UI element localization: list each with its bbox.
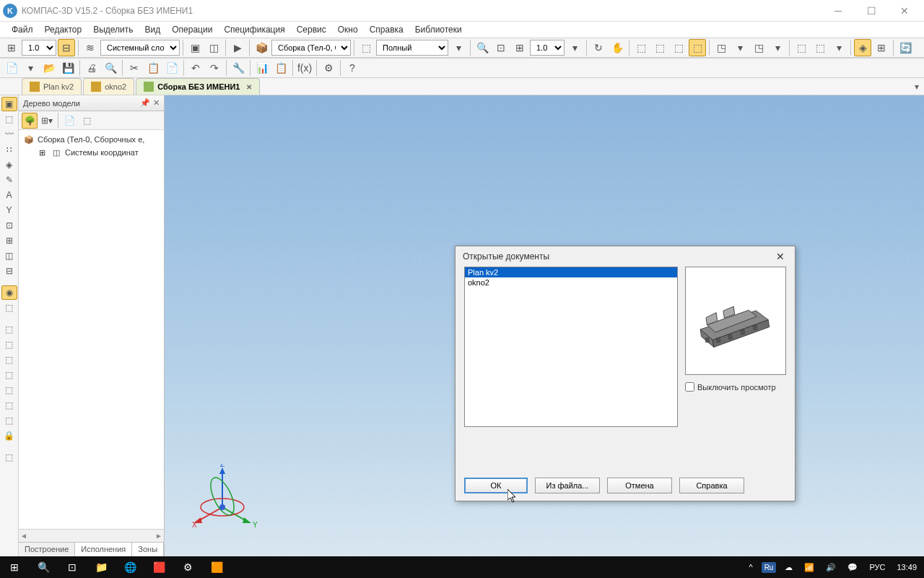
view4-icon[interactable]: ⬚ — [689, 39, 706, 56]
help-button[interactable]: Справка — [679, 478, 744, 493]
view6-icon[interactable]: ▾ — [731, 39, 749, 56]
menu-service[interactable]: Сервис — [291, 23, 332, 36]
chrome-icon[interactable]: 🌐 — [116, 556, 144, 578]
rotate-icon[interactable]: ↻ — [590, 39, 607, 56]
display-combo[interactable]: Полный — [376, 40, 448, 56]
pan-icon[interactable]: ✋ — [609, 39, 626, 56]
layers-icon[interactable]: ≋ — [82, 39, 99, 56]
help-icon[interactable]: ? — [344, 59, 361, 77]
render-icon[interactable]: ◈ — [854, 39, 871, 56]
tabs-dropdown-icon[interactable]: ▾ — [910, 78, 924, 95]
var-icon[interactable]: f(x) — [296, 59, 313, 77]
tray-lang2[interactable]: РУС — [866, 563, 888, 571]
vtool-21-icon[interactable]: ⬚ — [1, 450, 17, 465]
list-item[interactable]: okno2 — [465, 277, 677, 288]
explorer-icon[interactable]: 📁 — [87, 556, 116, 578]
tree-doc-icon[interactable]: 📄 — [61, 113, 77, 129]
print-icon[interactable]: 🖨 — [83, 59, 100, 77]
scale-combo[interactable]: 1.0 — [22, 40, 56, 56]
spec2-icon[interactable]: 📋 — [272, 59, 289, 77]
disable-preview-checkbox[interactable]: Выключить просмотр — [685, 382, 786, 392]
menu-help[interactable]: Справка — [364, 23, 409, 36]
vtool-10-icon[interactable]: ◫ — [1, 249, 17, 263]
display-icon[interactable]: ⬚ — [357, 39, 375, 56]
vtool-7-icon[interactable]: Y — [1, 203, 17, 217]
tree-mode-icon[interactable]: 🌳 — [22, 113, 38, 129]
tab-close-icon[interactable]: ✕ — [246, 83, 252, 91]
vtool-18-icon[interactable]: ⬚ — [1, 398, 17, 413]
undo-icon[interactable]: ↶ — [187, 59, 204, 77]
props-icon[interactable]: ⚙ — [320, 59, 337, 77]
menu-spec[interactable]: Спецификация — [218, 23, 290, 36]
tray-onedrive-icon[interactable]: ☁ — [782, 563, 796, 572]
view11-icon[interactable]: ▾ — [830, 39, 847, 56]
view7-icon[interactable]: ◳ — [750, 39, 767, 56]
tree-tab-exec[interactable]: Исполнения — [75, 543, 132, 558]
rebuild-icon[interactable]: 🔄 — [897, 39, 914, 56]
lib-icon[interactable]: 🔧 — [230, 59, 247, 77]
tree-tab-build[interactable]: Построение — [19, 543, 75, 558]
expand-icon[interactable]: ⊞ — [36, 147, 48, 158]
vtool-12-icon[interactable]: ⬚ — [1, 301, 17, 315]
paste-icon[interactable]: 📄 — [163, 59, 180, 77]
app2-icon[interactable]: 🟧 — [202, 556, 231, 578]
spec-icon[interactable]: 📊 — [253, 59, 271, 77]
start-button[interactable]: ⊞ — [0, 556, 29, 578]
vtool-11-icon[interactable]: ⊟ — [1, 264, 17, 278]
vtool-16-icon[interactable]: ⬚ — [1, 368, 17, 382]
zoom-opt-icon[interactable]: ▾ — [566, 39, 583, 56]
vtool-1-icon[interactable]: ⬚ — [1, 112, 17, 126]
tab-plan-kv2[interactable]: Plan kv2 — [22, 78, 82, 95]
vtool-14-icon[interactable]: ⬚ — [1, 337, 17, 352]
vtool-19-icon[interactable]: ⬚ — [1, 413, 17, 428]
menu-editor[interactable]: Редактор — [39, 23, 88, 36]
taskview-icon[interactable]: ⊡ — [58, 556, 87, 578]
section-icon[interactable]: ▣ — [186, 39, 204, 56]
view10-icon[interactable]: ⬚ — [811, 39, 829, 56]
panel-close-icon[interactable]: ✕ — [153, 98, 160, 108]
maximize-button[interactable]: ☐ — [855, 0, 888, 22]
cut2-icon[interactable]: ✂ — [126, 59, 143, 77]
perspective-icon[interactable]: ⊞ — [873, 39, 890, 56]
redo-icon[interactable]: ↷ — [206, 59, 223, 77]
layer-combo[interactable]: Системный слой (0) — [100, 40, 180, 56]
zoom-fit-icon[interactable]: ⊡ — [492, 39, 510, 56]
view9-icon[interactable]: ⬚ — [793, 39, 810, 56]
grid-icon[interactable]: ⊞ — [3, 39, 20, 56]
tree-tab-zones[interactable]: Зоны — [132, 543, 164, 558]
view8-icon[interactable]: ▾ — [769, 39, 786, 56]
viewport-3d[interactable]: Z X Y Открытые документы ✕ Plan kv2 — [165, 95, 924, 558]
view5-icon[interactable]: ◳ — [712, 39, 730, 56]
vtool-13-icon[interactable]: ⬚ — [1, 322, 17, 337]
search-icon[interactable]: 🔍 — [29, 556, 58, 578]
new-icon[interactable]: 📄 — [3, 59, 20, 77]
menu-select[interactable]: Выделить — [87, 23, 139, 36]
new-dd-icon[interactable]: ▾ — [22, 59, 39, 77]
menu-libraries[interactable]: Библиотеки — [409, 23, 468, 36]
display-opt-icon[interactable]: ▾ — [450, 39, 467, 56]
checkbox-input[interactable] — [685, 382, 694, 392]
assembly-icon[interactable]: 📦 — [253, 39, 270, 56]
view3-icon[interactable]: ⬚ — [670, 39, 687, 56]
from-file-button[interactable]: Из файла... — [535, 478, 600, 493]
menu-operations[interactable]: Операции — [166, 23, 218, 36]
copy-icon[interactable]: 📋 — [144, 59, 162, 77]
ok-button[interactable]: ОК — [464, 478, 528, 493]
kompas-icon[interactable]: ⚙ — [173, 556, 202, 578]
tree-scrollbar[interactable]: ◄► — [19, 529, 164, 542]
document-list[interactable]: Plan kv2 okno2 — [464, 267, 678, 427]
zoom-combo[interactable]: 1.0 — [530, 40, 565, 56]
open-icon[interactable]: 📂 — [40, 59, 58, 77]
view2-icon[interactable]: ⬚ — [651, 39, 668, 56]
menu-window[interactable]: Окно — [332, 23, 364, 36]
tree-root-item[interactable]: 📦 Сборка (Тел-0, Сборочных е, — [20, 133, 162, 146]
tree-child-item[interactable]: ⊞ ◫ Системы координат — [20, 146, 162, 159]
tray-time[interactable]: 13:49 — [894, 563, 920, 571]
tray-volume-icon[interactable]: 🔊 — [823, 563, 839, 572]
vtool-9-icon[interactable]: ⊞ — [1, 233, 17, 248]
save-icon[interactable]: 💾 — [59, 59, 77, 77]
cut-icon[interactable]: ◫ — [205, 39, 222, 56]
menu-file[interactable]: Файл — [6, 23, 39, 36]
vtool-20-icon[interactable]: 🔒 — [1, 428, 17, 443]
tree-expand-icon[interactable]: ⊞▾ — [39, 113, 55, 129]
